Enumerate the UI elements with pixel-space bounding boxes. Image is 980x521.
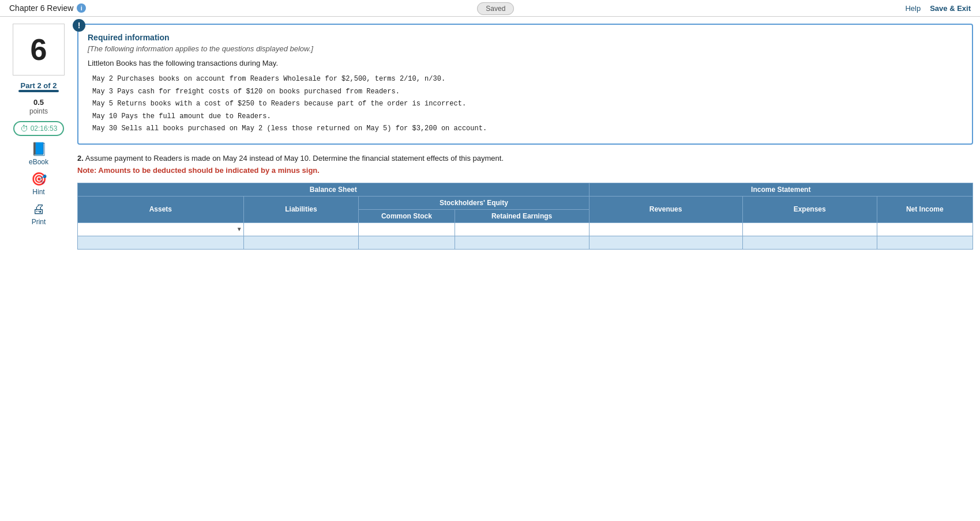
main-layout: 6 Part 2 of 2 0.5 points ⏱ 02:16:53 📘 eB… <box>0 17 980 256</box>
ebook-tool[interactable]: 📘 eBook <box>29 142 48 166</box>
save-exit-button[interactable]: Save & Exit <box>930 4 971 13</box>
transactions-list: May 2 Purchases books on account from Re… <box>88 73 963 135</box>
row1-dropdown-arrow[interactable]: ▼ <box>235 226 243 232</box>
question-number: 2. <box>77 154 84 163</box>
required-subtitle: [The following information applies to th… <box>88 44 963 53</box>
row2-assets-input[interactable] <box>78 236 243 249</box>
row1-liabilities-cell <box>243 222 359 236</box>
timer-value: 02:16:53 <box>31 124 58 133</box>
hint-icon: 🎯 <box>31 172 47 187</box>
row1-net-income-input[interactable] <box>877 223 973 236</box>
content-area: ! Required information [The following in… <box>77 24 973 250</box>
net-income-header: Net Income <box>877 196 973 222</box>
row2-expenses-cell <box>742 236 877 249</box>
transaction-2: May 3 Pays cash for freight costs of $12… <box>92 86 963 99</box>
stockholders-equity-header: Stockholders' Equity <box>359 196 589 209</box>
saved-badge: Saved <box>477 2 514 15</box>
retained-earnings-header: Retained Earnings <box>455 209 589 222</box>
timer-icon: ⏱ <box>20 124 28 133</box>
row1-expenses-cell <box>742 222 877 236</box>
print-label: Print <box>32 218 46 226</box>
table-row: ▼ <box>78 222 973 236</box>
chapter-number: 6 <box>31 32 47 67</box>
hint-tool[interactable]: 🎯 Hint <box>31 172 47 196</box>
row1-assets-cell: ▼ <box>78 222 244 236</box>
transaction-3: May 5 Returns books with a cost of $250 … <box>92 98 963 111</box>
points-unit: points <box>29 107 48 115</box>
income-statement-header: Income Statement <box>589 183 973 196</box>
points-value: 0.5 <box>29 98 48 107</box>
required-info-box: ! Required information [The following in… <box>77 24 973 145</box>
required-title: Required information <box>88 33 963 42</box>
exclaim-badge: ! <box>73 19 85 32</box>
financial-table: Balance Sheet Income Statement Assets Li… <box>77 183 973 250</box>
row1-expenses-input[interactable] <box>743 223 877 236</box>
saved-status: Saved <box>477 4 514 13</box>
top-bar: Chapter 6 Review i Saved Help Save & Exi… <box>0 0 980 17</box>
row2-common-stock-input[interactable] <box>359 236 454 249</box>
row2-net-income-cell <box>877 236 973 249</box>
question-text: 2. Assume payment to Readers is made on … <box>77 154 973 163</box>
row2-revenues-input[interactable] <box>589 236 742 249</box>
row2-revenues-cell <box>589 236 742 249</box>
row2-retained-earnings-input[interactable] <box>455 236 589 249</box>
row2-assets-cell <box>78 236 244 249</box>
print-icon: 🖨 <box>32 202 45 217</box>
row1-revenues-cell <box>589 222 742 236</box>
sidebar: 6 Part 2 of 2 0.5 points ⏱ 02:16:53 📘 eB… <box>7 24 70 250</box>
timer-badge: ⏱ 02:16:53 <box>13 121 65 136</box>
assets-header: Assets <box>78 196 244 222</box>
top-bar-left: Chapter 6 Review i <box>9 3 86 13</box>
row1-revenues-input[interactable] <box>589 223 742 236</box>
row2-liabilities-input[interactable] <box>244 236 359 249</box>
ebook-icon: 📘 <box>31 142 47 157</box>
row1-retained-earnings-cell <box>455 222 589 236</box>
chapter-box: 6 <box>13 24 65 75</box>
row2-liabilities-cell <box>243 236 359 249</box>
common-stock-header: Common Stock <box>359 209 455 222</box>
hint-label: Hint <box>32 188 44 196</box>
info-icon[interactable]: i <box>77 3 86 13</box>
ebook-label: eBook <box>29 158 48 166</box>
row1-assets-input[interactable] <box>78 224 235 235</box>
transaction-5: May 30 Sells all books purchased on May … <box>92 123 963 135</box>
liabilities-header: Liabilities <box>243 196 359 222</box>
row1-common-stock-cell <box>359 222 455 236</box>
table-row <box>78 236 973 249</box>
row2-net-income-input[interactable] <box>877 236 973 249</box>
financial-table-wrapper: Balance Sheet Income Statement Assets Li… <box>77 183 973 250</box>
required-intro: Littleton Books has the following transa… <box>88 59 963 67</box>
row2-expenses-input[interactable] <box>743 236 877 249</box>
row1-retained-earnings-input[interactable] <box>455 223 589 236</box>
question-body: Assume payment to Readers is made on May… <box>85 154 504 163</box>
revenues-header: Revenues <box>589 196 742 222</box>
help-link[interactable]: Help <box>905 4 921 13</box>
expenses-header: Expenses <box>742 196 877 222</box>
note-text: Note: Amounts to be deducted should be i… <box>77 166 973 175</box>
row2-retained-earnings-cell <box>455 236 589 249</box>
row1-liabilities-input[interactable] <box>244 223 359 236</box>
part-progress-bar <box>18 90 59 92</box>
transaction-4: May 10 Pays the full amount due to Reade… <box>92 111 963 123</box>
top-bar-right: Help Save & Exit <box>905 4 971 13</box>
row2-common-stock-cell <box>359 236 455 249</box>
row1-net-income-cell <box>877 222 973 236</box>
page-title: Chapter 6 Review <box>9 3 73 13</box>
row1-common-stock-input[interactable] <box>359 223 454 236</box>
balance-sheet-header: Balance Sheet <box>78 183 589 196</box>
print-tool[interactable]: 🖨 Print <box>32 202 46 226</box>
part-label: Part 2 of 2 <box>18 81 59 90</box>
transaction-1: May 2 Purchases books on account from Re… <box>92 73 963 86</box>
